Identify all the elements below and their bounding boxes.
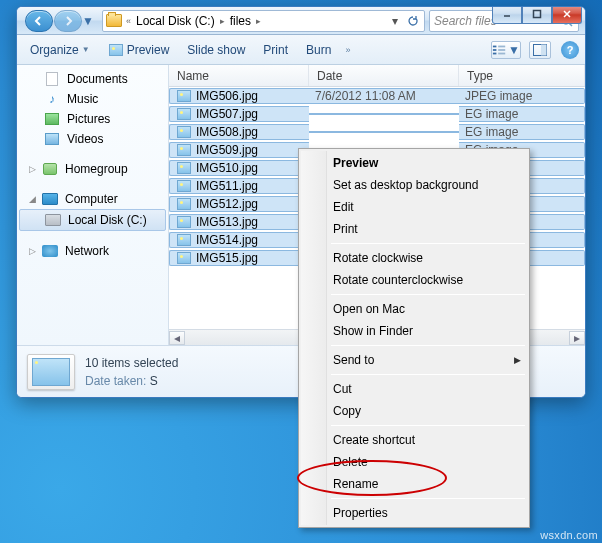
scroll-right-icon[interactable]: ▸ xyxy=(569,331,585,345)
minimize-button[interactable] xyxy=(492,6,522,24)
table-row[interactable]: IMG506.jpg7/6/2012 11:08 AMJPEG image xyxy=(169,87,585,105)
menu-separator xyxy=(331,345,525,346)
view-options-button[interactable]: ▼ xyxy=(491,41,521,59)
menu-separator xyxy=(331,425,525,426)
back-button[interactable] xyxy=(25,10,53,32)
preview-pane-button[interactable] xyxy=(529,41,551,59)
svg-rect-5 xyxy=(493,49,497,51)
image-file-icon xyxy=(176,179,192,193)
image-file-icon xyxy=(176,251,192,265)
maximize-button[interactable] xyxy=(522,6,552,24)
window-controls xyxy=(492,6,582,24)
thumbnail-icon xyxy=(27,354,75,390)
nav-buttons xyxy=(25,10,82,32)
document-icon xyxy=(43,71,61,87)
svg-rect-7 xyxy=(498,45,505,47)
sidebar-item-music[interactable]: ♪Music xyxy=(17,89,168,109)
slideshow-button[interactable]: Slide show xyxy=(180,39,252,61)
date-taken-value: S xyxy=(150,374,158,388)
videos-icon xyxy=(43,131,61,147)
sidebar-item-documents[interactable]: Documents xyxy=(17,69,168,89)
image-file-icon xyxy=(176,143,192,157)
help-button[interactable]: ? xyxy=(561,41,579,59)
menu-delete[interactable]: Delete xyxy=(301,451,527,473)
sidebar-item-homegroup[interactable]: ▷Homegroup xyxy=(17,159,168,179)
close-button[interactable] xyxy=(552,6,582,24)
file-name: IMG510.jpg xyxy=(196,161,258,175)
menu-open-on-mac[interactable]: Open on Mac xyxy=(301,298,527,320)
menu-rename[interactable]: Rename xyxy=(301,473,527,495)
table-row[interactable]: IMG507.jpgEG image xyxy=(169,105,585,123)
column-type[interactable]: Type xyxy=(459,65,585,86)
file-name: IMG514.jpg xyxy=(196,233,258,247)
expand-icon[interactable]: ▷ xyxy=(27,246,37,256)
file-name: IMG515.jpg xyxy=(196,251,258,265)
pictures-icon xyxy=(43,111,61,127)
image-file-icon xyxy=(176,197,192,211)
print-button[interactable]: Print xyxy=(256,39,295,61)
menu-cut[interactable]: Cut xyxy=(301,378,527,400)
menu-send-to[interactable]: Send to▶ xyxy=(301,349,527,371)
menu-preview[interactable]: Preview xyxy=(301,152,527,174)
column-name[interactable]: Name xyxy=(169,65,309,86)
column-date[interactable]: Date xyxy=(309,65,459,86)
menu-separator xyxy=(331,498,525,499)
computer-icon xyxy=(41,191,59,207)
selection-count: 10 items selected xyxy=(85,356,178,370)
image-file-icon xyxy=(176,125,192,139)
file-name: IMG513.jpg xyxy=(196,215,258,229)
sidebar-item-network[interactable]: ▷Network xyxy=(17,241,168,261)
svg-rect-8 xyxy=(498,49,505,51)
table-row[interactable]: IMG508.jpgEG image xyxy=(169,123,585,141)
menu-rotate-cw[interactable]: Rotate clockwise xyxy=(301,247,527,269)
breadcrumb-drive[interactable]: Local Disk (C:) xyxy=(134,14,217,28)
scroll-left-icon[interactable]: ◂ xyxy=(169,331,185,345)
overflow-icon[interactable]: » xyxy=(342,45,353,55)
navigation-pane: Documents ♪Music Pictures Videos ▷Homegr… xyxy=(17,65,169,345)
breadcrumb-sep-icon: « xyxy=(123,16,134,26)
burn-button[interactable]: Burn xyxy=(299,39,338,61)
menu-separator xyxy=(331,294,525,295)
file-name: IMG508.jpg xyxy=(196,125,258,139)
svg-rect-9 xyxy=(498,52,505,54)
expand-icon[interactable]: ▷ xyxy=(27,164,37,174)
sidebar-item-videos[interactable]: Videos xyxy=(17,129,168,149)
menu-copy[interactable]: Copy xyxy=(301,400,527,422)
menu-properties[interactable]: Properties xyxy=(301,502,527,524)
breadcrumb-folder[interactable]: files xyxy=(228,14,253,28)
file-name: IMG507.jpg xyxy=(196,107,258,121)
forward-button[interactable] xyxy=(54,10,82,32)
menu-set-desktop-bg[interactable]: Set as desktop background xyxy=(301,174,527,196)
file-name: IMG511.jpg xyxy=(196,179,258,193)
refresh-icon[interactable] xyxy=(404,12,422,30)
disk-icon xyxy=(44,212,62,228)
menu-create-shortcut[interactable]: Create shortcut xyxy=(301,429,527,451)
svg-rect-1 xyxy=(534,11,541,18)
watermark: wsxdn.com xyxy=(540,529,598,541)
sidebar-item-local-disk[interactable]: Local Disk (C:) xyxy=(19,209,166,231)
menu-edit[interactable]: Edit xyxy=(301,196,527,218)
file-name: IMG506.jpg xyxy=(196,89,258,103)
file-name: IMG512.jpg xyxy=(196,197,258,211)
submenu-arrow-icon: ▶ xyxy=(514,355,521,365)
sidebar-item-pictures[interactable]: Pictures xyxy=(17,109,168,129)
organize-button[interactable]: Organize▼ xyxy=(23,39,97,61)
sidebar-item-computer[interactable]: ◢Computer xyxy=(17,189,168,209)
breadcrumb-chevron-icon[interactable]: ▸ xyxy=(253,16,264,26)
search-placeholder: Search files xyxy=(434,14,497,28)
preview-icon xyxy=(108,43,124,57)
breadcrumb-chevron-icon[interactable]: ▸ xyxy=(217,16,228,26)
preview-button[interactable]: Preview xyxy=(101,39,177,61)
menu-show-in-finder[interactable]: Show in Finder xyxy=(301,320,527,342)
menu-print[interactable]: Print xyxy=(301,218,527,240)
collapse-icon[interactable]: ◢ xyxy=(27,194,37,204)
network-icon xyxy=(41,243,59,259)
dropdown-icon[interactable]: ▾ xyxy=(386,12,404,30)
history-dropdown-icon[interactable]: ▼ xyxy=(82,14,94,28)
context-menu: Preview Set as desktop background Edit P… xyxy=(298,148,530,528)
command-bar: Organize▼ Preview Slide show Print Burn … xyxy=(17,35,585,65)
menu-separator xyxy=(331,374,525,375)
column-headers: Name Date Type xyxy=(169,65,585,87)
menu-rotate-ccw[interactable]: Rotate counterclockwise xyxy=(301,269,527,291)
address-bar[interactable]: « Local Disk (C:) ▸ files ▸ ▾ xyxy=(102,10,425,32)
